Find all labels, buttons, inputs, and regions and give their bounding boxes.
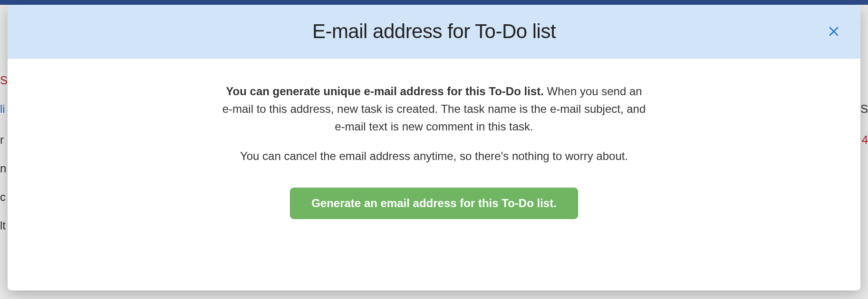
- modal-description-bold: You can generate unique e-mail address f…: [226, 85, 544, 98]
- modal-description: You can generate unique e-mail address f…: [220, 82, 648, 136]
- modal-header: E-mail address for To-Do list: [8, 5, 860, 59]
- modal-title: E-mail address for To-Do list: [312, 20, 556, 43]
- email-address-modal: E-mail address for To-Do list You can ge…: [8, 5, 860, 290]
- bg-fragment: 4: [862, 133, 868, 147]
- modal-body: You can generate unique e-mail address f…: [8, 59, 860, 290]
- generate-email-button[interactable]: Generate an email address for this To-Do…: [290, 188, 578, 219]
- bg-fragment: lt: [0, 219, 6, 232]
- modal-description-line2: You can cancel the email address anytime…: [240, 147, 628, 165]
- bg-fragment: r: [0, 133, 4, 147]
- bg-fragment: c: [0, 190, 6, 204]
- bg-fragment: n: [0, 162, 6, 175]
- close-button[interactable]: [824, 22, 843, 41]
- bg-fragment: S: [860, 102, 868, 116]
- bg-fragment: S: [0, 74, 8, 87]
- bg-fragment: li: [0, 102, 5, 116]
- close-icon: [828, 25, 840, 38]
